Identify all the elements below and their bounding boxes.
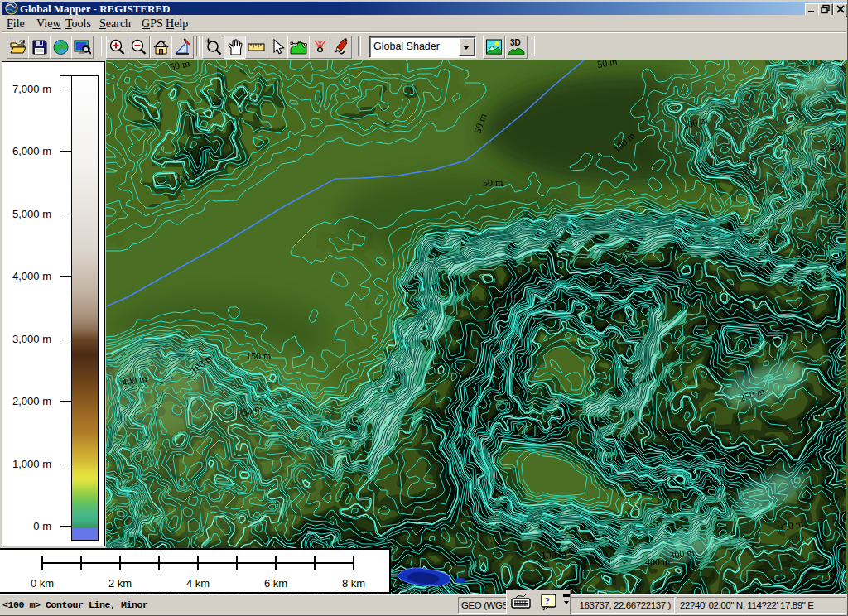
svg-text:500 m: 500 m [497,294,523,306]
svg-text:100 m: 100 m [703,477,729,488]
svg-text:100 m: 100 m [541,547,567,561]
svg-text:150 m: 150 m [246,350,272,362]
svg-text:?: ? [545,595,550,607]
svg-text:50 m: 50 m [483,177,504,189]
svg-text:3D: 3D [510,38,521,47]
svg-text:400 m: 400 m [645,556,671,568]
svg-text:400: 400 [830,142,845,154]
